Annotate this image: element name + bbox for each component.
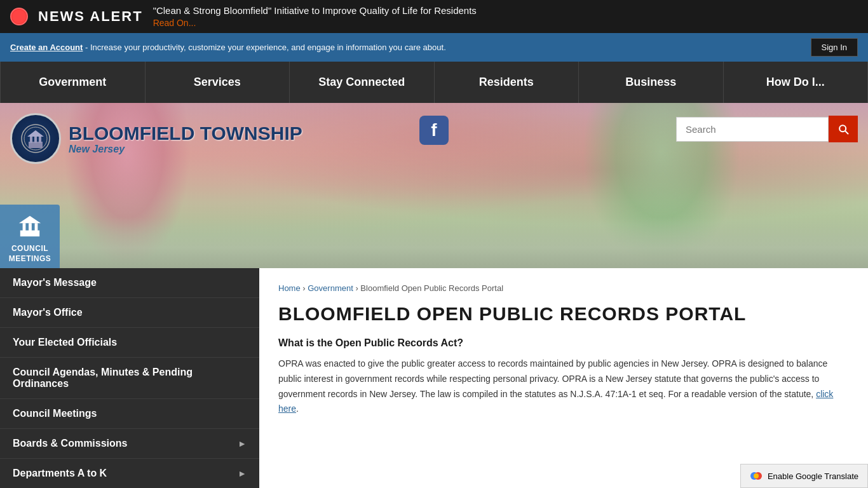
breadcrumb-government[interactable]: Government	[308, 283, 353, 293]
news-alert-headline: "Clean & Strong Bloomfield" Initiative t…	[153, 5, 477, 16]
news-alert-link[interactable]: Read On...	[153, 18, 858, 28]
sidebar: Mayor's Message Mayor's Office Your Elec…	[0, 268, 259, 488]
section-body: OPRA was enacted to give the public grea…	[278, 356, 849, 417]
breadcrumb-sep1: ›	[301, 283, 308, 293]
search-input[interactable]	[676, 117, 829, 142]
search-icon	[837, 123, 850, 135]
main-content: Home › Government › Bloomfield Open Publ…	[259, 268, 868, 488]
sidebar-label: Council Agendas, Minutes & Pending Ordin…	[13, 367, 247, 390]
seal-icon	[20, 123, 51, 154]
search-area	[676, 116, 858, 142]
council-building-icon	[18, 214, 42, 238]
sidebar-label: Mayor's Message	[13, 277, 97, 288]
council-meetings-widget[interactable]: COUNCILMEETINGS	[0, 205, 60, 268]
svg-rect-3	[30, 137, 32, 143]
alert-icon	[10, 8, 28, 25]
google-translate-icon	[750, 470, 763, 482]
sidebar-item-boards-commissions[interactable]: Boards & Commissions ►	[0, 429, 259, 459]
chevron-right-icon: ►	[238, 438, 247, 449]
svg-marker-11	[19, 216, 41, 223]
sidebar-item-council-agendas[interactable]: Council Agendas, Minutes & Pending Ordin…	[0, 358, 259, 399]
nav-item-how-do-i[interactable]: How Do I...	[724, 62, 869, 103]
nav-item-services[interactable]: Services	[146, 62, 290, 103]
svg-rect-9	[29, 223, 32, 231]
nav-item-residents[interactable]: Residents	[435, 62, 580, 103]
sidebar-label: Mayor's Office	[13, 307, 83, 318]
page-title: BLOOMFIELD OPEN PUBLIC RECORDS PORTAL	[278, 303, 849, 325]
section-question: What is the Open Public Records Act?	[278, 337, 849, 349]
sidebar-label: Departments A to K	[13, 468, 107, 479]
account-bar-left: Create an Account - Increase your produc…	[10, 43, 446, 52]
street-scene	[0, 217, 868, 268]
facebook-icon[interactable]: f	[419, 116, 449, 145]
svg-rect-4	[34, 137, 37, 143]
logo-seal	[10, 113, 61, 164]
sidebar-item-mayors-office[interactable]: Mayor's Office	[0, 298, 259, 328]
sidebar-label: Council Meetings	[13, 408, 97, 419]
facebook-f: f	[431, 120, 437, 140]
nav-item-stay-connected[interactable]: Stay Connected	[290, 62, 435, 103]
svg-rect-8	[23, 223, 26, 231]
news-alert-content: "Clean & Strong Bloomfield" Initiative t…	[153, 5, 858, 28]
body-end: .	[296, 403, 299, 414]
sidebar-item-elected-officials[interactable]: Your Elected Officials	[0, 328, 259, 358]
sidebar-label: Boards & Commissions	[13, 438, 127, 449]
council-widget-label: COUNCILMEETINGS	[5, 244, 55, 264]
search-button[interactable]	[829, 116, 858, 142]
logo-text: BLOOMFIELD TOWNSHIP New Jersey	[69, 123, 302, 155]
logo-main-text: BLOOMFIELD TOWNSHIP	[69, 123, 302, 144]
breadcrumb-current: Bloomfield Open Public Records Portal	[360, 283, 503, 293]
sidebar-item-mayors-message[interactable]: Mayor's Message	[0, 268, 259, 298]
chevron-right-icon: ►	[238, 468, 247, 478]
logo-sub-text: New Jersey	[69, 144, 302, 155]
google-translate-bar[interactable]: Enable Google Translate	[740, 464, 868, 488]
sidebar-item-departments-a-k[interactable]: Departments A to K ►	[0, 459, 259, 488]
translate-label: Enable Google Translate	[768, 471, 858, 481]
news-alert-label: NEWS ALERT	[38, 8, 143, 25]
breadcrumb-home[interactable]: Home	[278, 283, 301, 293]
content-area: Mayor's Message Mayor's Office Your Elec…	[0, 268, 868, 488]
svg-marker-6	[27, 130, 44, 137]
svg-rect-5	[39, 137, 41, 143]
logo-area: BLOOMFIELD TOWNSHIP New Jersey	[10, 113, 302, 164]
header-banner: BLOOMFIELD TOWNSHIP New Jersey f COUNCIL…	[0, 103, 868, 268]
account-bar: Create an Account - Increase your produc…	[0, 33, 868, 62]
news-alert-bar: NEWS ALERT "Clean & Strong Bloomfield" I…	[0, 0, 868, 33]
account-bar-text: - Increase your productivity, customize …	[83, 43, 445, 52]
breadcrumb-sep2: ›	[353, 283, 361, 293]
body-text: OPRA was enacted to give the public grea…	[278, 358, 827, 399]
sidebar-label: Your Elected Officials	[13, 337, 117, 348]
svg-point-14	[754, 473, 759, 478]
sign-in-button[interactable]: Sign In	[811, 38, 858, 57]
svg-rect-10	[35, 223, 38, 231]
social-icon-area: f	[419, 116, 449, 145]
nav-item-government[interactable]: Government	[0, 62, 146, 103]
breadcrumb: Home › Government › Bloomfield Open Publ…	[278, 283, 849, 293]
nav-item-business[interactable]: Business	[579, 62, 724, 103]
sidebar-item-council-meetings[interactable]: Council Meetings	[0, 399, 259, 429]
main-nav: Government Services Stay Connected Resid…	[0, 62, 868, 103]
create-account-link[interactable]: Create an Account	[10, 43, 83, 52]
